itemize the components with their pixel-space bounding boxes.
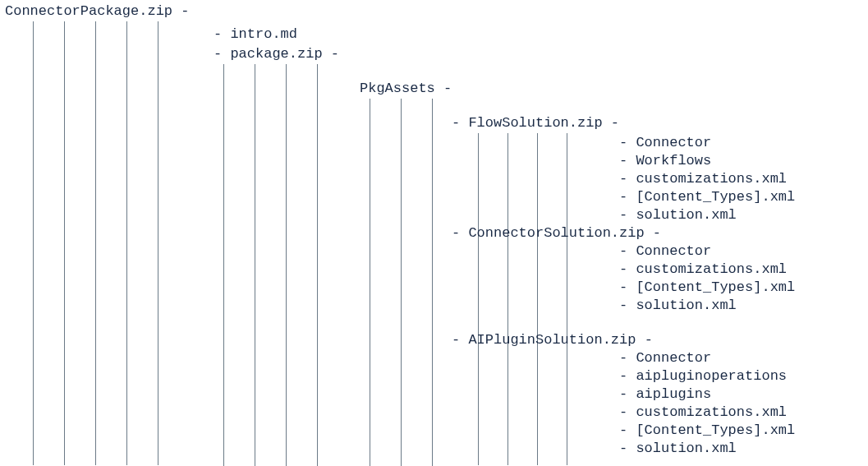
guide-line <box>507 133 508 465</box>
node-name: aiplugins <box>636 386 711 402</box>
node-name: Connector <box>636 350 711 366</box>
node-name: [Content_Types].xml <box>636 189 795 205</box>
guide-line <box>567 133 567 465</box>
node-name: FlowSolution.zip <box>468 115 602 131</box>
tree-leaf: - Connector <box>619 350 711 366</box>
bullet: - <box>619 171 636 187</box>
tree-leaf: - [Content_Types].xml <box>619 422 795 438</box>
tree-leaf: - customizations.xml <box>619 261 787 277</box>
bullet: - <box>619 279 636 295</box>
bullet: - <box>619 207 636 223</box>
node-name: customizations.xml <box>636 171 787 187</box>
tree-leaf: - [Content_Types].xml <box>619 189 795 205</box>
node-dash: - <box>645 225 661 241</box>
node-name: Connector <box>636 243 711 259</box>
node-name: customizations.xml <box>636 261 787 277</box>
guide-line <box>478 133 479 465</box>
node-name: package.zip <box>230 46 322 62</box>
bullet: - <box>452 115 468 131</box>
tree-node-intro: - intro.md <box>214 26 297 42</box>
node-name: solution.xml <box>636 441 736 456</box>
guide-line <box>64 21 65 465</box>
guide-line <box>370 99 370 466</box>
bullet: - <box>619 422 636 438</box>
tree-root: ConnectorPackage.zip - <box>5 3 189 19</box>
tree-leaf: - aiplugins <box>619 386 711 402</box>
guide-line <box>432 99 433 466</box>
bullet: - <box>214 46 230 62</box>
node-name: Workflows <box>636 153 711 168</box>
node-name: aipluginoperations <box>636 368 787 384</box>
guide-line <box>223 64 224 466</box>
tree-leaf: - [Content_Types].xml <box>619 279 795 295</box>
node-name: AIPluginSolution.zip <box>468 332 636 348</box>
guide-line <box>95 21 96 465</box>
bullet: - <box>619 350 636 366</box>
node-name: [Content_Types].xml <box>636 422 795 438</box>
bullet: - <box>452 225 468 241</box>
bullet: - <box>619 368 636 384</box>
tree-leaf: - Connector <box>619 135 711 150</box>
node-name: solution.xml <box>636 298 736 313</box>
tree-leaf: - customizations.xml <box>619 404 787 420</box>
node-name: PkgAssets <box>360 81 435 96</box>
guide-line <box>33 21 34 465</box>
root-dash: - <box>172 3 189 19</box>
node-dash: - <box>636 332 652 348</box>
bullet: - <box>619 135 636 150</box>
bullet: - <box>452 332 468 348</box>
guide-line <box>158 21 158 465</box>
guide-line <box>401 99 402 466</box>
tree-leaf: - solution.xml <box>619 298 737 313</box>
node-name: solution.xml <box>636 207 736 223</box>
bullet: - <box>619 298 636 313</box>
bullet: - <box>619 153 636 168</box>
tree-leaf: - Connector <box>619 243 711 259</box>
node-dash: - <box>603 115 619 131</box>
bullet: - <box>619 243 636 259</box>
tree-node-package: - package.zip - <box>214 46 339 62</box>
guide-line <box>537 133 538 465</box>
tree-leaf: - solution.xml <box>619 441 737 456</box>
tree-leaf: - Workflows <box>619 153 711 168</box>
tree-node-flowsolution: - FlowSolution.zip - <box>452 115 619 131</box>
guide-line <box>286 64 287 466</box>
bullet: - <box>619 404 636 420</box>
bullet: - <box>214 26 230 42</box>
bullet: - <box>619 261 636 277</box>
bullet: - <box>619 441 636 456</box>
guide-line <box>255 64 255 466</box>
tree-node-connectorsolution: - ConnectorSolution.zip - <box>452 225 661 241</box>
tree-leaf: - aipluginoperations <box>619 368 787 384</box>
node-name: intro.md <box>230 26 297 42</box>
guide-line <box>126 21 127 465</box>
node-name: [Content_Types].xml <box>636 279 795 295</box>
bullet: - <box>619 386 636 402</box>
guide-line <box>317 64 318 466</box>
node-dash: - <box>435 81 452 96</box>
tree-node-pkgassets: PkgAssets - <box>360 81 452 96</box>
bullet: - <box>619 189 636 205</box>
node-name: customizations.xml <box>636 404 787 420</box>
root-name: ConnectorPackage.zip <box>5 3 172 19</box>
tree-leaf: - solution.xml <box>619 207 737 223</box>
tree-leaf: - customizations.xml <box>619 171 787 187</box>
node-name: ConnectorSolution.zip <box>468 225 644 241</box>
node-dash: - <box>323 46 339 62</box>
tree-node-aipluginsolution: - AIPluginSolution.zip - <box>452 332 653 348</box>
node-name: Connector <box>636 135 711 150</box>
